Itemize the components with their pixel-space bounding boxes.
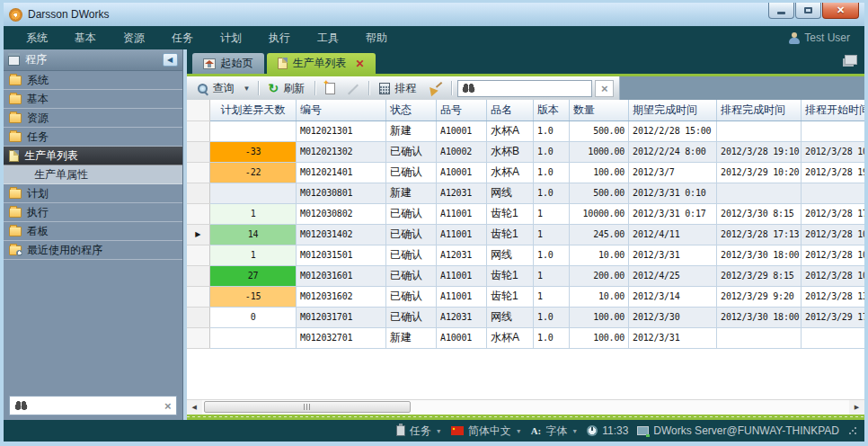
column-header[interactable]: 数量 [570,100,629,120]
clear-filter-button[interactable]: × [595,80,614,97]
maximize-button[interactable] [795,3,821,19]
row-selector[interactable] [187,203,210,224]
sidebar-item[interactable]: 生产单属性 [4,165,182,184]
schedule-button[interactable]: 排程 [375,79,421,98]
row-selector[interactable] [187,286,210,307]
menu-item[interactable]: 帮助 [352,31,401,46]
cell-sch_end: 2012/3/30 18:00 [717,307,802,327]
cell-ver: 1.0 [534,307,570,327]
row-selector[interactable] [187,327,210,348]
cell-qty: 100.00 [570,327,629,348]
sidebar-item[interactable]: 计划 [4,184,182,203]
cell-status: 已确认 [386,224,437,245]
collapse-sidebar-button[interactable]: ◀ [163,53,178,67]
tab-inactive[interactable]: 起始页 [192,53,264,74]
column-header[interactable]: 品号 [437,100,487,120]
sidebar-item[interactable]: 系统 [4,71,182,90]
row-selector[interactable] [187,183,210,203]
tab-list-icon[interactable] [845,55,857,65]
scroll-right-button[interactable]: ▶ [849,400,864,415]
toolbar-separator [451,81,452,95]
clear-sidebar-search-icon[interactable]: × [164,400,172,412]
user-indicator[interactable]: Test User [789,31,855,44]
folder-icon [9,132,22,142]
table-row[interactable]: M012021301新建A10001水杯A1.0500.002012/2/28 … [187,120,864,141]
scrollbar-thumb[interactable] [204,401,411,413]
menu-item[interactable]: 系统 [13,31,61,46]
column-header[interactable]: 期望完成时间 [629,100,717,120]
column-header[interactable]: 状态 [386,100,437,120]
refresh-button[interactable]: ↻ 刷新 [264,79,310,98]
column-header[interactable]: 排程开始时间 [802,100,864,120]
row-selector[interactable] [187,265,210,286]
cell-code: M012031602 [297,286,386,307]
sidebar-item[interactable]: 最近使用的程序 [4,241,182,260]
cell-diff [210,327,297,348]
binoculars-search-icon [14,401,28,410]
close-tab-icon[interactable]: ✕ [356,58,365,70]
column-header[interactable]: 计划差异天数 [210,100,297,120]
horizontal-scrollbar[interactable]: ◀ ▶ [187,399,864,415]
table-row[interactable]: 1M012030802已确认A11001齿轮1110000.002012/3/3… [187,203,864,224]
row-selector[interactable] [187,120,210,141]
current-row-marker[interactable]: ▶ [187,224,210,245]
row-selector[interactable] [187,307,210,327]
menu-item[interactable]: 基本 [61,31,110,46]
column-header[interactable]: 排程完成时间 [717,100,802,120]
menu-item[interactable]: 资源 [110,31,158,46]
resize-grip[interactable] [848,426,857,435]
language-selector[interactable]: 简体中文 ▼ [451,424,522,439]
edit-pencil-icon [347,83,359,94]
scroll-left-button[interactable]: ◀ [187,400,202,415]
row-header-corner [187,100,210,120]
table-row[interactable]: 0M012031701已确认A12031网线1.0100.002012/3/30… [187,307,864,327]
table-row[interactable]: 1M012031501已确认A12031网线1.010.002012/3/312… [187,245,864,265]
sidebar-item[interactable]: 执行 [4,203,182,222]
cell-pno: A10001 [437,327,487,348]
sidebar-item[interactable]: 资源 [4,109,182,128]
column-header[interactable]: 品名 [487,100,534,120]
table-row[interactable]: -15M012031602已确认A11001齿轮1110.002012/3/14… [187,286,864,307]
sidebar-item[interactable]: 生产单列表 [4,147,182,165]
row-selector[interactable] [187,245,210,265]
column-header[interactable]: 版本 [534,100,570,120]
scrollbar-track[interactable] [202,400,849,415]
font-selector[interactable]: A: 字体 ▼ [531,424,579,439]
task-menu[interactable]: 任务 ▼ [396,424,442,439]
sidebar-item[interactable]: 基本 [4,90,182,109]
table-row[interactable]: M012032701新建A10001水杯A1.0100.002012/3/31 [187,327,864,348]
table-row[interactable]: -22M012021401已确认A10001水杯A1.0100.002012/3… [187,162,864,183]
query-button[interactable]: 查询 [192,79,239,98]
cell-status: 新建 [386,183,437,203]
table-row[interactable]: M012030801新建A12031网线1.0500.002012/3/31 0… [187,183,864,203]
table-filter-input[interactable] [480,83,588,94]
close-button[interactable]: ✕ [822,3,859,19]
query-dropdown-caret[interactable]: ▼ [242,83,252,94]
folder-icon [9,227,22,236]
column-header[interactable]: 编号 [297,100,386,120]
table-row[interactable]: -33M012021302已确认A10002水杯B1.01000.002012/… [187,141,864,162]
new-order-button[interactable] [321,81,340,96]
sidebar-search-input[interactable] [32,400,160,411]
cell-ver: 1 [534,224,570,245]
sidebar-item[interactable]: 任务 [4,128,182,147]
minimize-button[interactable] [768,3,794,19]
title-bar: Darsson DWorks ✕ [4,3,864,26]
table-row[interactable]: 27M012031601已确认A11001齿轮11200.002012/4/25… [187,265,864,286]
table-row[interactable]: ▶14M012031402已确认A11001齿轮11245.002012/4/1… [187,224,864,245]
tab-active[interactable]: 生产单列表✕ [267,53,376,74]
menu-item[interactable]: 任务 [158,31,207,46]
cell-sch_end: 2012/3/29 9:20 [717,286,802,307]
row-selector[interactable] [187,141,210,162]
maximize-icon [804,7,812,13]
edit-order-button[interactable] [342,81,363,96]
row-selector[interactable] [187,162,210,183]
sidebar-item[interactable]: 看板 [4,222,182,241]
clean-button[interactable] [423,80,446,96]
menu-item[interactable]: 执行 [255,31,304,46]
toolbar-separator [368,81,369,95]
cell-sch_end: 2012/3/28 19:10 [717,141,802,162]
menu-item[interactable]: 计划 [207,31,255,46]
menu-item[interactable]: 工具 [304,31,352,46]
programs-icon [8,56,20,66]
